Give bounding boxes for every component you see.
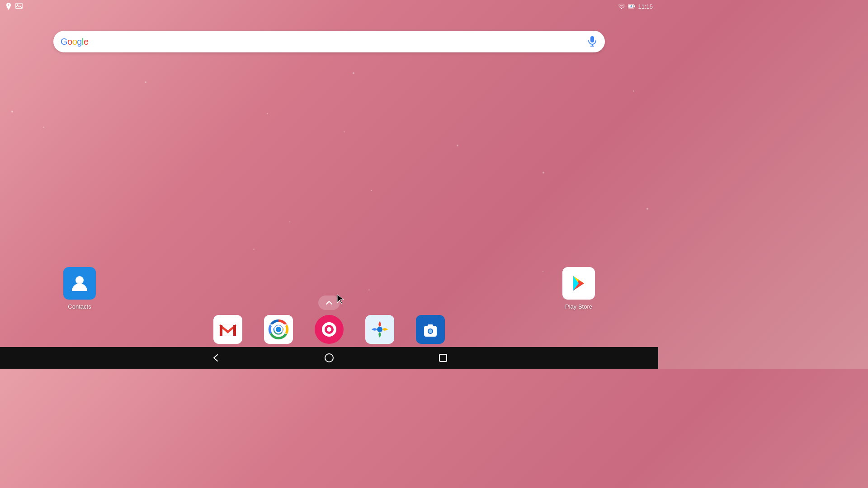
google-search-bar[interactable]: Google <box>53 31 605 52</box>
contacts-app-icon[interactable]: Contacts <box>63 267 96 310</box>
location-icon <box>5 3 12 10</box>
app-drawer-button[interactable] <box>318 296 340 310</box>
status-left-icons <box>5 3 23 10</box>
svg-rect-5 <box>590 36 594 42</box>
status-bar: 11:15 <box>0 0 658 13</box>
gmail-dock-icon[interactable] <box>213 315 242 344</box>
play-store-app-icon[interactable]: Play Store <box>562 267 595 310</box>
play-store-icon-img <box>562 267 595 300</box>
camera-dock-icon[interactable] <box>416 315 445 344</box>
contacts-label: Contacts <box>68 303 91 310</box>
svg-rect-12 <box>220 325 222 336</box>
contacts-icon-img <box>63 267 96 300</box>
photos-dock-icon[interactable] <box>365 315 394 344</box>
clock: 11:15 <box>638 3 653 10</box>
svg-rect-3 <box>634 5 635 7</box>
svg-rect-0 <box>16 3 22 9</box>
svg-point-25 <box>377 327 382 332</box>
music-dock-icon[interactable] <box>315 315 344 344</box>
battery-icon <box>628 4 635 9</box>
image-icon <box>15 3 23 9</box>
status-right-icons: 11:15 <box>618 3 653 10</box>
play-store-label: Play Store <box>565 303 592 310</box>
svg-point-29 <box>325 354 333 362</box>
svg-rect-30 <box>439 354 447 361</box>
svg-point-28 <box>429 329 432 333</box>
home-button[interactable] <box>322 351 336 365</box>
google-logo: Google <box>61 37 89 47</box>
nav-bar <box>0 347 658 369</box>
svg-point-23 <box>327 327 331 332</box>
mic-icon[interactable] <box>587 36 598 47</box>
chrome-dock-icon[interactable] <box>264 315 293 344</box>
back-button[interactable] <box>208 351 222 365</box>
wifi-icon <box>618 3 625 9</box>
dock <box>0 315 658 344</box>
svg-rect-13 <box>233 325 236 336</box>
svg-point-9 <box>75 276 84 284</box>
recents-button[interactable] <box>436 351 450 365</box>
svg-point-18 <box>276 327 281 332</box>
dock-app-list <box>213 315 445 344</box>
